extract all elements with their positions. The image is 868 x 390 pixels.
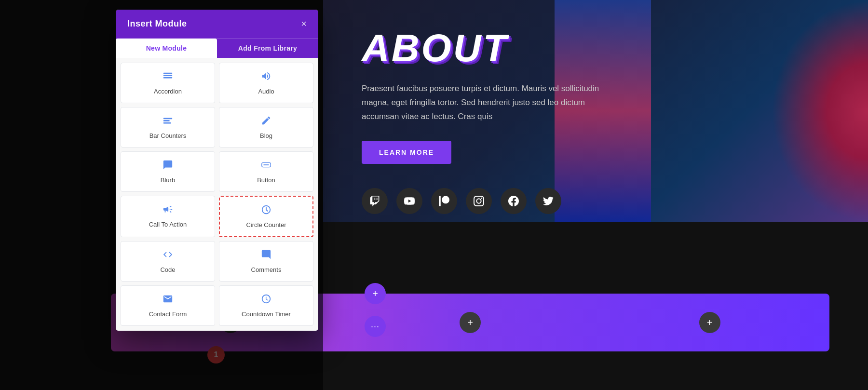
more-options-button[interactable]: ··· (365, 316, 386, 337)
modal-header: Insert Module × (116, 10, 318, 38)
accordion-icon (163, 71, 173, 84)
code-label: Code (160, 266, 175, 273)
circle-counter-icon (261, 204, 271, 217)
call-to-action-label: Call To Action (149, 221, 187, 228)
button-icon (261, 160, 271, 173)
button-label: Button (257, 176, 275, 184)
svg-rect-4 (163, 120, 170, 121)
twitter-icon[interactable] (535, 188, 561, 214)
social-icons-row (362, 188, 603, 214)
svg-rect-2 (163, 77, 172, 79)
about-title: ABOUT (362, 29, 603, 67)
contact-form-label: Contact Form (149, 310, 187, 318)
blog-label: Blog (260, 132, 272, 139)
comments-icon (261, 249, 271, 262)
accordion-label: Accordion (154, 88, 182, 95)
module-circle-counter[interactable]: Circle Counter (219, 196, 313, 237)
about-content: ABOUT Praesent faucibus posuere turpis e… (362, 19, 603, 214)
comments-label: Comments (251, 266, 282, 273)
right-content-panel: ABOUT Praesent faucibus posuere turpis e… (323, 0, 868, 222)
twitch-icon[interactable] (362, 188, 388, 214)
facebook-icon[interactable] (501, 188, 527, 214)
audio-label: Audio (258, 88, 274, 95)
modal-tabs: New Module Add From Library (116, 38, 318, 58)
modal-close-button[interactable]: × (301, 18, 307, 29)
svg-rect-3 (163, 118, 172, 120)
add-column-button-3[interactable]: + (699, 312, 720, 333)
youtube-icon[interactable] (396, 188, 422, 214)
countdown-timer-icon (261, 294, 271, 307)
blurb-icon (163, 160, 173, 173)
module-comments[interactable]: Comments (219, 241, 313, 282)
learn-more-button[interactable]: LEARN MORE (362, 141, 451, 164)
bar-counters-label: Bar Counters (149, 132, 187, 139)
countdown-timer-label: Countdown Timer (242, 310, 291, 318)
insert-module-modal: Insert Module × New Module Add From Libr… (116, 10, 318, 331)
patreon-icon[interactable] (431, 188, 457, 214)
module-circle-counter-wrapper: Circle Counter 2 (219, 196, 313, 237)
module-code[interactable]: Code (121, 241, 215, 282)
add-row-button[interactable]: + (365, 283, 386, 304)
audio-icon (261, 71, 271, 84)
instagram-icon[interactable] (466, 188, 492, 214)
module-accordion[interactable]: Accordion (121, 63, 215, 103)
code-icon (163, 249, 173, 262)
about-description: Praesent faucibus posuere turpis et dict… (362, 82, 603, 124)
svg-rect-5 (163, 122, 171, 124)
tab-add-from-library[interactable]: Add From Library (217, 39, 318, 58)
blog-icon (261, 115, 271, 128)
tab-new-module[interactable]: New Module (116, 39, 217, 58)
module-button[interactable]: Button (219, 151, 313, 192)
svg-rect-1 (163, 75, 172, 76)
contact-form-icon (163, 294, 173, 307)
module-countdown-timer[interactable]: Countdown Timer (219, 285, 313, 326)
module-grid: Accordion Audio Bar Counters Blog (121, 63, 313, 326)
modal-title: Insert Module (127, 19, 187, 29)
module-bar-counters[interactable]: Bar Counters (121, 107, 215, 148)
svg-rect-0 (163, 73, 172, 74)
call-to-action-icon (163, 204, 173, 217)
bg-image-overlay (772, 0, 868, 222)
module-audio[interactable]: Audio (219, 63, 313, 103)
module-blurb[interactable]: Blurb (121, 151, 215, 192)
bar-counters-icon (163, 115, 173, 128)
module-blog[interactable]: Blog (219, 107, 313, 148)
module-call-to-action[interactable]: Call To Action (121, 196, 215, 237)
circle-counter-label: Circle Counter (246, 221, 286, 229)
add-column-button-2[interactable]: + (460, 312, 481, 333)
module-contact-form[interactable]: Contact Form (121, 285, 215, 326)
modal-body: Accordion Audio Bar Counters Blog (116, 58, 318, 331)
blurb-label: Blurb (161, 176, 175, 184)
